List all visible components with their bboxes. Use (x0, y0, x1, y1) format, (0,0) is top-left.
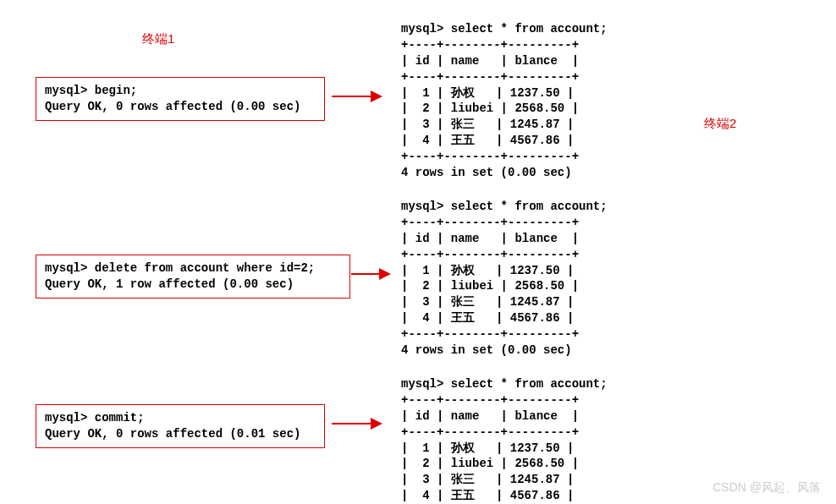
q3: mysql> select * from account; (401, 377, 608, 391)
r2-4: | 4 | 王五 | 4567.86 | (401, 311, 574, 325)
delete-line1: mysql> delete from account where id=2; (45, 261, 315, 275)
commit-line2: Query OK, 0 rows affected (0.01 sec) (45, 427, 300, 441)
commit-line1: mysql> commit; (45, 411, 145, 425)
begin-line2: Query OK, 0 rows affected (0.00 sec) (45, 100, 300, 113)
s3a: +----+--------+---------+ (401, 393, 579, 407)
h2: | id | name | blance | (401, 232, 579, 245)
r1-2: | 2 | liubei | 2568.50 | (401, 101, 579, 115)
r2-1: | 1 | 孙权 | 1237.50 | (401, 264, 574, 277)
r3-3: | 3 | 张三 | 1245.87 | (401, 473, 574, 486)
s2c: +----+--------+---------+ (401, 327, 579, 341)
s1b: +----+--------+---------+ (401, 70, 579, 84)
begin-line1: mysql> begin; (45, 84, 137, 97)
arrow-2-icon (351, 273, 389, 275)
r2-2: | 2 | liubei | 2568.50 | (401, 279, 579, 293)
r3-4: | 4 | 王五 | 4567.86 | (401, 489, 574, 502)
r3-1: | 1 | 孙权 | 1237.50 | (401, 441, 574, 455)
r1-3: | 3 | 张三 | 1245.87 | (401, 118, 574, 131)
r2-3: | 3 | 张三 | 1245.87 | (401, 295, 574, 309)
terminal1-label: 终端1 (142, 31, 174, 47)
s3b: +----+--------+---------+ (401, 425, 579, 439)
delete-line2: Query OK, 1 row affected (0.00 sec) (45, 277, 294, 291)
arrow-1-icon (332, 96, 381, 97)
q1: mysql> select * from account; (401, 22, 608, 36)
s2b: +----+--------+---------+ (401, 248, 579, 261)
h3: | id | name | blance | (401, 409, 579, 423)
q2: mysql> select * from account; (401, 200, 608, 213)
r1-4: | 4 | 王五 | 4567.86 | (401, 134, 574, 147)
terminal2-output-2: mysql> select * from account; +----+----… (401, 199, 608, 359)
terminal1-commit-box: mysql> commit; Query OK, 0 rows affected… (36, 404, 325, 448)
r3-2: | 2 | liubei | 2568.50 | (401, 457, 579, 470)
s2a: +----+--------+---------+ (401, 216, 579, 229)
f1: 4 rows in set (0.00 sec) (401, 166, 572, 179)
f2: 4 rows in set (0.00 sec) (401, 343, 572, 357)
watermark: CSDN @风起、风落 (712, 480, 821, 496)
s1c: +----+--------+---------+ (401, 150, 579, 163)
terminal2-label: 终端2 (704, 116, 736, 132)
arrow-3-icon (332, 423, 381, 425)
terminal2-output-3: mysql> select * from account; +----+----… (401, 376, 608, 504)
terminal2-output-1: mysql> select * from account; +----+----… (401, 21, 608, 181)
terminal1-delete-box: mysql> delete from account where id=2; Q… (36, 255, 350, 299)
terminal1-begin-box: mysql> begin; Query OK, 0 rows affected … (36, 77, 325, 121)
s1a: +----+--------+---------+ (401, 38, 579, 52)
h1: | id | name | blance | (401, 54, 579, 68)
r1-1: | 1 | 孙权 | 1237.50 | (401, 86, 574, 100)
